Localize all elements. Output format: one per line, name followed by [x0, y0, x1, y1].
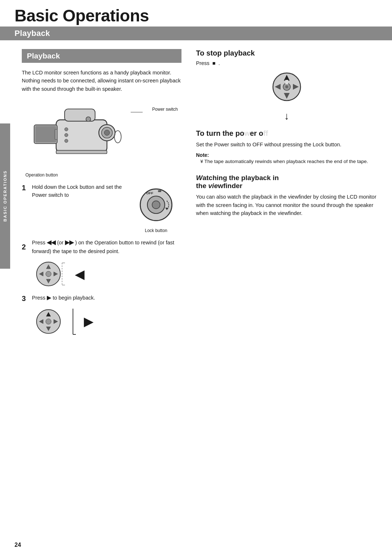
play-symbol-inline: ▶: [47, 295, 51, 301]
svg-point-11: [65, 139, 68, 142]
step-2-number: 2: [22, 243, 29, 251]
left-column: Playback The LCD monitor screen function…: [22, 49, 181, 341]
rewind-symbol: ◀◀: [47, 239, 56, 245]
svg-rect-2: [35, 126, 56, 143]
svg-point-5: [104, 130, 110, 135]
step-1-text: Hold down the Lock button and set the Po…: [32, 183, 131, 199]
step-1: 1 Hold down the Lock button and set the …: [22, 183, 181, 233]
play-big-arrow: ▶: [84, 315, 93, 329]
power-switch-label: Power switch: [152, 107, 178, 112]
stop-symbol: ■: [212, 60, 216, 66]
rewind-big-arrow: ◀: [75, 268, 84, 281]
watching-body: You can also watch the playback in the v…: [196, 193, 377, 217]
section-heading: Playback: [22, 49, 181, 63]
step-2-text: Press ◀◀ (or ▶▶ ) on the Operation butto…: [29, 238, 181, 255]
power-switch-line: [129, 109, 143, 116]
step-1-content: 1 Hold down the Lock button and set the …: [22, 183, 131, 199]
step-1-number: 1: [22, 184, 29, 192]
svg-point-10: [65, 133, 68, 137]
right-column: To stop playback Press ■ .: [192, 49, 377, 341]
stop-playback-title: To stop playback: [196, 49, 377, 57]
note-text: ¥ The tape automatically rewinds when pl…: [196, 158, 377, 165]
svg-rect-13: [55, 129, 57, 139]
header-subtitle: Playback: [15, 29, 377, 38]
step-3-illustration: ▶: [35, 308, 181, 335]
operation-button-label: Operation button: [25, 172, 58, 178]
svg-point-17: [152, 201, 160, 209]
ffwd-symbol: ▶▶: [65, 239, 74, 245]
sidebar-label: Basic Operations: [3, 170, 7, 221]
page-number: 24: [15, 542, 21, 548]
lock-power-svg: OFF: [134, 183, 178, 227]
header-main: Basic Operations: [0, 0, 392, 27]
main-content: Playback The LCD monitor screen function…: [0, 40, 392, 349]
svg-rect-19: [158, 190, 161, 192]
stop-press-line: Press ■ .: [196, 60, 377, 66]
dpad-svg-step3: [35, 308, 62, 335]
dpad-step2: [35, 260, 62, 289]
svg-point-7: [114, 131, 121, 143]
step-2: 2 Press ◀◀ (or ▶▶ ) on the Operation but…: [22, 238, 181, 255]
step-3: 3 Press ▶ to begin playback.: [22, 294, 181, 303]
note-label: Note:: [196, 152, 377, 158]
svg-point-9: [65, 127, 68, 131]
stop-dpad-svg: [270, 70, 303, 103]
watching-title: Watching the playback in the viewfinder: [196, 174, 377, 190]
stop-dpad-container: [196, 70, 377, 103]
lock-button-label: Lock button: [145, 228, 167, 233]
lock-button-illustration: OFF Lock button: [131, 183, 181, 233]
svg-rect-12: [56, 150, 107, 154]
turn-off-title: To turn the power off: [196, 129, 377, 138]
camcorder-svg: [29, 99, 131, 167]
intro-text: The LCD monitor screen functions as a ha…: [22, 69, 181, 93]
svg-rect-49: [285, 80, 288, 84]
page-title: Basic Operations: [15, 7, 377, 25]
step-2-illustration: ◀: [35, 260, 181, 289]
vertical-sidebar: Basic Operations: [0, 123, 10, 269]
turn-off-body: Set the Power switch to OFF without pres…: [196, 141, 377, 149]
bracket-dotted: [61, 262, 69, 286]
bracket-vertical: [69, 308, 77, 335]
camcorder-illustration: Power switch Operation button: [22, 99, 181, 179]
svg-point-39: [46, 319, 51, 324]
svg-point-48: [285, 85, 288, 88]
svg-text:OFF: OFF: [146, 191, 154, 195]
note-block: Note: ¥ The tape automatically rewinds w…: [196, 152, 377, 165]
step-3-number: 3: [22, 294, 29, 303]
step-3-text: Press ▶ to begin playback.: [29, 294, 181, 302]
svg-point-26: [46, 271, 51, 277]
header-subtitle-bar: Playback: [0, 27, 392, 40]
down-arrow-stop: ↓: [196, 110, 377, 122]
svg-point-8: [86, 117, 91, 122]
dpad-svg-step2: [35, 260, 62, 288]
